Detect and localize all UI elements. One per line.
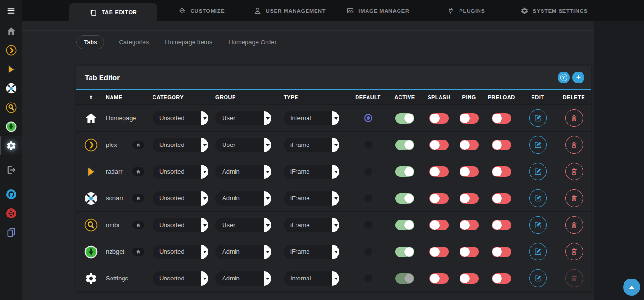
group-select[interactable]: Admin <box>215 245 271 259</box>
type-select[interactable]: iFrame <box>284 138 339 152</box>
ping-toggle[interactable] <box>460 220 479 230</box>
sidebar-item-radarr[interactable] <box>0 60 22 79</box>
active-toggle[interactable] <box>395 113 414 124</box>
active-toggle[interactable] <box>395 166 414 177</box>
help-button[interactable]: ? <box>558 72 570 83</box>
default-radio[interactable] <box>364 141 372 149</box>
preload-toggle[interactable] <box>492 193 511 204</box>
sidebar-item-sonarr[interactable] <box>0 79 22 98</box>
sidebar-item-github[interactable] <box>0 185 22 204</box>
delete-button[interactable] <box>565 189 583 207</box>
select-value: iFrame <box>290 168 309 175</box>
tab-name: sonarr <box>106 195 123 202</box>
group-select[interactable]: User <box>215 111 271 125</box>
category-select[interactable]: Unsorted <box>153 111 208 125</box>
sidebar-item-ombi[interactable] <box>0 98 22 117</box>
plus-icon: + <box>576 73 581 81</box>
sidebar-item-settings[interactable] <box>0 136 22 155</box>
active-toggle[interactable] <box>395 193 414 204</box>
home-icon <box>136 196 141 201</box>
type-select[interactable]: iFrame <box>284 245 339 259</box>
sidebar-item-nzbget[interactable] <box>0 117 22 136</box>
subtab-categories[interactable]: Categories <box>117 36 151 49</box>
splash-toggle[interactable] <box>429 140 449 150</box>
default-radio[interactable] <box>364 114 372 122</box>
ping-toggle[interactable] <box>460 166 479 177</box>
delete-button[interactable] <box>565 243 583 260</box>
active-toggle[interactable] <box>395 220 414 230</box>
preload-toggle[interactable] <box>492 140 511 150</box>
tab-customize[interactable]: CUSTOMIZE <box>157 0 245 21</box>
type-select[interactable]: iFrame <box>284 218 339 232</box>
sidebar-item-plex[interactable] <box>0 41 22 60</box>
toggle-knob <box>492 247 502 257</box>
subtab-homepage-items[interactable]: Homepage Items <box>163 36 214 49</box>
default-radio[interactable] <box>364 194 372 202</box>
default-radio[interactable] <box>364 221 372 229</box>
delete-button[interactable] <box>565 269 583 287</box>
sidebar-item-docs[interactable] <box>0 223 22 242</box>
group-select[interactable]: User <box>215 138 271 152</box>
splash-toggle[interactable] <box>429 273 449 284</box>
tab-system-settings[interactable]: SYSTEM SETTINGS <box>510 0 598 21</box>
default-radio[interactable] <box>364 274 372 282</box>
category-select[interactable]: Unsorted <box>153 218 208 232</box>
delete-button[interactable] <box>565 109 583 127</box>
category-select[interactable]: Unsorted <box>153 245 208 259</box>
splash-toggle[interactable] <box>429 193 449 204</box>
ping-toggle[interactable] <box>460 247 479 257</box>
sidebar-item-logout[interactable] <box>0 160 22 179</box>
type-select[interactable]: iFrame <box>284 191 339 206</box>
ping-toggle[interactable] <box>460 273 479 284</box>
edit-button[interactable] <box>529 109 547 127</box>
tab-tab-editor[interactable]: TAB EDITOR <box>69 3 157 21</box>
type-select[interactable]: Internal <box>284 271 339 286</box>
active-toggle[interactable] <box>395 140 414 150</box>
preload-toggle[interactable] <box>492 220 511 230</box>
active-toggle[interactable] <box>395 247 414 257</box>
ping-toggle[interactable] <box>460 193 479 204</box>
group-select[interactable]: Admin <box>215 271 271 286</box>
tab-image-manager[interactable]: IMAGE MANAGER <box>334 0 422 21</box>
delete-button[interactable] <box>565 216 583 234</box>
edit-button[interactable] <box>529 189 547 207</box>
sidebar-item-support[interactable] <box>0 204 22 223</box>
category-select[interactable]: Unsorted <box>153 138 208 152</box>
active-toggle[interactable] <box>395 273 414 284</box>
delete-button[interactable] <box>565 136 583 154</box>
sidebar-item-home[interactable] <box>0 21 22 41</box>
tab-plugins[interactable]: PLUGINS <box>422 0 510 21</box>
splash-toggle[interactable] <box>429 247 449 257</box>
edit-button[interactable] <box>529 243 547 260</box>
add-tab-button[interactable]: + <box>572 72 584 83</box>
tab-user-management[interactable]: USER MANAGEMENT <box>245 0 334 21</box>
preload-toggle[interactable] <box>492 247 511 257</box>
preload-toggle[interactable] <box>492 273 511 284</box>
ping-toggle[interactable] <box>460 113 479 124</box>
edit-button[interactable] <box>529 216 547 234</box>
hamburger-menu-icon[interactable] <box>0 0 22 21</box>
edit-button[interactable] <box>529 136 547 154</box>
edit-button[interactable] <box>529 163 547 180</box>
splash-toggle[interactable] <box>429 113 449 124</box>
category-select[interactable]: Unsorted <box>153 271 208 286</box>
default-radio[interactable] <box>364 167 372 176</box>
ping-toggle[interactable] <box>460 140 479 150</box>
category-select[interactable]: Unsorted <box>153 191 208 206</box>
delete-button[interactable] <box>565 163 583 180</box>
preload-toggle[interactable] <box>492 166 511 177</box>
group-select[interactable]: Admin <box>215 191 271 206</box>
group-select[interactable]: User <box>215 218 271 232</box>
default-radio[interactable] <box>364 248 372 256</box>
subtab-homepage-order[interactable]: Homepage Order <box>226 36 278 49</box>
edit-button[interactable] <box>529 269 547 287</box>
scroll-to-top-button[interactable] <box>623 279 640 296</box>
splash-toggle[interactable] <box>429 220 449 230</box>
type-select[interactable]: iFrame <box>284 165 339 179</box>
group-select[interactable]: Admin <box>215 165 271 179</box>
subtab-tabs[interactable]: Tabs <box>76 35 104 49</box>
type-select[interactable]: Internal <box>284 111 339 125</box>
category-select[interactable]: Unsorted <box>153 165 208 179</box>
preload-toggle[interactable] <box>492 113 511 124</box>
splash-toggle[interactable] <box>429 166 449 177</box>
